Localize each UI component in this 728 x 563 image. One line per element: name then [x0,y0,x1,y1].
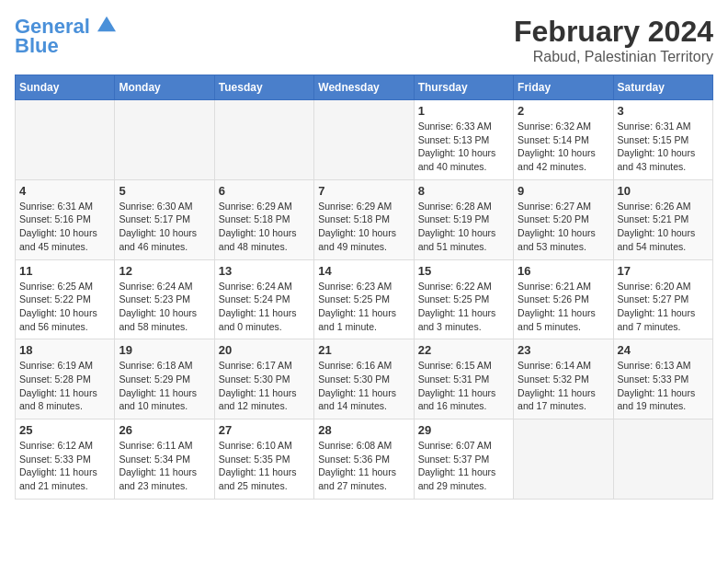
day-number: 8 [418,184,509,198]
day-cell: 8Sunrise: 6:28 AM Sunset: 5:19 PM Daylig… [414,179,513,259]
header-row: SundayMondayTuesdayWednesdayThursdayFrid… [16,75,713,100]
calendar-header: SundayMondayTuesdayWednesdayThursdayFrid… [16,75,713,100]
day-info: Sunrise: 6:11 AM Sunset: 5:34 PM Dayligh… [119,439,210,493]
day-cell: 25Sunrise: 6:12 AM Sunset: 5:33 PM Dayli… [16,419,115,500]
day-info: Sunrise: 6:17 AM Sunset: 5:30 PM Dayligh… [219,359,310,413]
day-cell: 21Sunrise: 6:16 AM Sunset: 5:30 PM Dayli… [314,339,414,419]
week-row-3: 11Sunrise: 6:25 AM Sunset: 5:22 PM Dayli… [16,259,713,339]
day-cell: 20Sunrise: 6:17 AM Sunset: 5:30 PM Dayli… [214,339,313,419]
calendar-body: 1Sunrise: 6:33 AM Sunset: 5:13 PM Daylig… [16,100,713,500]
day-cell: 9Sunrise: 6:27 AM Sunset: 5:20 PM Daylig… [514,179,613,259]
day-cell: 7Sunrise: 6:29 AM Sunset: 5:18 PM Daylig… [314,179,414,259]
day-cell: 19Sunrise: 6:18 AM Sunset: 5:29 PM Dayli… [115,339,214,419]
week-row-4: 18Sunrise: 6:19 AM Sunset: 5:28 PM Dayli… [16,339,713,419]
day-cell [314,100,414,180]
day-number: 7 [318,184,409,198]
day-number: 20 [219,343,310,357]
day-cell: 22Sunrise: 6:15 AM Sunset: 5:31 PM Dayli… [414,339,513,419]
column-header-thursday: Thursday [414,75,513,100]
week-row-1: 1Sunrise: 6:33 AM Sunset: 5:13 PM Daylig… [16,100,713,180]
day-cell: 28Sunrise: 6:08 AM Sunset: 5:36 PM Dayli… [314,419,414,500]
day-number: 13 [219,264,310,278]
column-header-monday: Monday [115,75,214,100]
day-cell: 12Sunrise: 6:24 AM Sunset: 5:23 PM Dayli… [115,259,214,339]
day-info: Sunrise: 6:07 AM Sunset: 5:37 PM Dayligh… [418,439,509,493]
day-cell: 14Sunrise: 6:23 AM Sunset: 5:25 PM Dayli… [314,259,414,339]
calendar-table: SundayMondayTuesdayWednesdayThursdayFrid… [15,75,713,500]
day-info: Sunrise: 6:31 AM Sunset: 5:16 PM Dayligh… [19,200,110,254]
day-info: Sunrise: 6:28 AM Sunset: 5:19 PM Dayligh… [418,200,509,254]
day-cell [16,100,115,180]
logo-icon [97,15,116,33]
day-number: 4 [19,184,110,198]
day-info: Sunrise: 6:18 AM Sunset: 5:29 PM Dayligh… [119,359,210,413]
day-cell: 6Sunrise: 6:29 AM Sunset: 5:18 PM Daylig… [214,179,313,259]
column-header-friday: Friday [514,75,613,100]
day-number: 10 [618,184,709,198]
day-number: 3 [618,104,709,118]
title-block: February 2024 Rabud, Palestinian Territo… [514,15,713,65]
week-row-2: 4Sunrise: 6:31 AM Sunset: 5:16 PM Daylig… [16,179,713,259]
day-info: Sunrise: 6:16 AM Sunset: 5:30 PM Dayligh… [318,359,409,413]
day-number: 16 [518,264,609,278]
day-number: 25 [19,423,110,437]
logo: General Blue [15,15,116,58]
day-info: Sunrise: 6:27 AM Sunset: 5:20 PM Dayligh… [518,200,609,254]
day-info: Sunrise: 6:19 AM Sunset: 5:28 PM Dayligh… [19,359,110,413]
day-cell: 11Sunrise: 6:25 AM Sunset: 5:22 PM Dayli… [16,259,115,339]
day-info: Sunrise: 6:24 AM Sunset: 5:24 PM Dayligh… [219,280,310,334]
day-info: Sunrise: 6:08 AM Sunset: 5:36 PM Dayligh… [318,439,409,493]
day-cell: 16Sunrise: 6:21 AM Sunset: 5:26 PM Dayli… [514,259,613,339]
page-header: General Blue February 2024 Rabud, Palest… [15,15,713,65]
day-number: 11 [19,264,110,278]
day-cell: 24Sunrise: 6:13 AM Sunset: 5:33 PM Dayli… [613,339,712,419]
day-cell: 1Sunrise: 6:33 AM Sunset: 5:13 PM Daylig… [414,100,513,180]
day-number: 26 [119,423,210,437]
day-cell: 13Sunrise: 6:24 AM Sunset: 5:24 PM Dayli… [214,259,313,339]
day-info: Sunrise: 6:29 AM Sunset: 5:18 PM Dayligh… [219,200,310,254]
day-number: 1 [418,104,509,118]
day-info: Sunrise: 6:23 AM Sunset: 5:25 PM Dayligh… [318,280,409,334]
day-info: Sunrise: 6:33 AM Sunset: 5:13 PM Dayligh… [418,120,509,174]
day-info: Sunrise: 6:13 AM Sunset: 5:33 PM Dayligh… [618,359,709,413]
day-number: 19 [119,343,210,357]
day-number: 14 [318,264,409,278]
day-cell: 29Sunrise: 6:07 AM Sunset: 5:37 PM Dayli… [414,419,513,500]
day-info: Sunrise: 6:29 AM Sunset: 5:18 PM Dayligh… [318,200,409,254]
day-cell: 15Sunrise: 6:22 AM Sunset: 5:25 PM Dayli… [414,259,513,339]
day-cell: 17Sunrise: 6:20 AM Sunset: 5:27 PM Dayli… [613,259,712,339]
day-number: 18 [19,343,110,357]
column-header-tuesday: Tuesday [214,75,313,100]
day-number: 12 [119,264,210,278]
day-number: 2 [518,104,609,118]
day-number: 23 [518,343,609,357]
month-year: February 2024 [514,15,713,49]
day-cell: 4Sunrise: 6:31 AM Sunset: 5:16 PM Daylig… [16,179,115,259]
day-cell: 2Sunrise: 6:32 AM Sunset: 5:14 PM Daylig… [514,100,613,180]
day-cell: 23Sunrise: 6:14 AM Sunset: 5:32 PM Dayli… [514,339,613,419]
day-info: Sunrise: 6:30 AM Sunset: 5:17 PM Dayligh… [119,200,210,254]
location: Rabud, Palestinian Territory [514,49,713,65]
day-info: Sunrise: 6:20 AM Sunset: 5:27 PM Dayligh… [618,280,709,334]
day-info: Sunrise: 6:22 AM Sunset: 5:25 PM Dayligh… [418,280,509,334]
day-number: 28 [318,423,409,437]
day-number: 24 [618,343,709,357]
day-info: Sunrise: 6:10 AM Sunset: 5:35 PM Dayligh… [219,439,310,493]
day-cell: 10Sunrise: 6:26 AM Sunset: 5:21 PM Dayli… [613,179,712,259]
day-info: Sunrise: 6:25 AM Sunset: 5:22 PM Dayligh… [19,280,110,334]
column-header-saturday: Saturday [613,75,712,100]
day-number: 29 [418,423,509,437]
day-info: Sunrise: 6:21 AM Sunset: 5:26 PM Dayligh… [518,280,609,334]
day-number: 6 [219,184,310,198]
day-info: Sunrise: 6:24 AM Sunset: 5:23 PM Dayligh… [119,280,210,334]
day-info: Sunrise: 6:26 AM Sunset: 5:21 PM Dayligh… [618,200,709,254]
day-number: 5 [119,184,210,198]
day-cell [613,419,712,500]
svg-marker-0 [97,17,116,32]
day-info: Sunrise: 6:12 AM Sunset: 5:33 PM Dayligh… [19,439,110,493]
day-info: Sunrise: 6:31 AM Sunset: 5:15 PM Dayligh… [618,120,709,174]
day-cell [514,419,613,500]
day-info: Sunrise: 6:15 AM Sunset: 5:31 PM Dayligh… [418,359,509,413]
column-header-wednesday: Wednesday [314,75,414,100]
day-info: Sunrise: 6:14 AM Sunset: 5:32 PM Dayligh… [518,359,609,413]
